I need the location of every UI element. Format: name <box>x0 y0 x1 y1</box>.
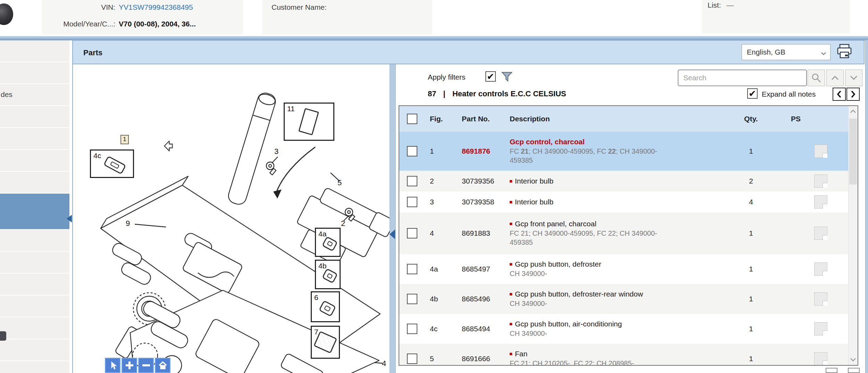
search-input[interactable] <box>678 70 807 86</box>
vin-value-link[interactable]: YV1SW799942368495 <box>119 3 193 11</box>
row-checkbox[interactable] <box>407 197 417 207</box>
pan-tool-button[interactable] <box>105 358 120 373</box>
qty-cell: 1 <box>735 355 767 363</box>
part-no-cell[interactable]: 8685496 <box>462 295 490 303</box>
row-checkbox[interactable] <box>407 264 417 274</box>
fig-cell: 4b <box>430 295 438 303</box>
table-row-3[interactable]: 330739358Interior bulb4 <box>399 192 849 212</box>
check-icon: ✔ <box>749 89 756 98</box>
sidebar-item[interactable] <box>0 106 69 127</box>
expand-all-notes-checkbox[interactable]: ✔ <box>747 88 758 99</box>
previous-section-button[interactable] <box>833 88 846 101</box>
sidebar-item[interactable] <box>0 150 69 171</box>
table-row-4b[interactable]: 4b8685496Gcp push button, defroster-rear… <box>399 284 849 314</box>
sidebar-item[interactable] <box>0 339 69 360</box>
part-no-cell[interactable]: 30739358 <box>462 198 494 206</box>
row-checkbox[interactable] <box>407 146 417 156</box>
fig-cell: 4a <box>430 265 438 273</box>
chevron-down-icon <box>850 75 858 81</box>
sidebar-item[interactable] <box>0 295 69 317</box>
column-header-description: Description <box>510 115 550 123</box>
note-icon[interactable] <box>814 145 827 158</box>
fig-cell: 4c <box>430 325 437 333</box>
sidebar-item-selected[interactable] <box>0 194 69 229</box>
callout-text: 4c <box>93 152 101 160</box>
zoom-out-button[interactable] <box>138 358 154 373</box>
sidebar-item[interactable] <box>0 230 69 251</box>
parts-diagram <box>73 64 390 373</box>
select-all-checkbox[interactable] <box>407 114 417 124</box>
note-icon[interactable] <box>814 175 827 188</box>
language-select[interactable]: English, GB <box>742 44 831 60</box>
search-prev-button[interactable] <box>826 70 844 86</box>
apply-filters-checkbox[interactable]: ✔ <box>485 71 496 82</box>
back-button[interactable] <box>163 139 178 153</box>
sidebar-item[interactable] <box>0 274 69 295</box>
row-checkbox[interactable] <box>407 176 417 186</box>
part-no-cell[interactable]: 8691666 <box>462 355 490 363</box>
sidebar-item[interactable] <box>0 62 69 83</box>
note-icon[interactable] <box>814 352 827 365</box>
part-no-cell[interactable]: 8691883 <box>462 229 490 237</box>
panel-splitter[interactable] <box>390 64 396 373</box>
callout-label-4: 4 <box>382 359 386 368</box>
part-thumbnail <box>103 156 126 175</box>
row-checkbox[interactable] <box>407 324 417 334</box>
next-section-button[interactable] <box>846 88 860 101</box>
search-next-button[interactable] <box>845 70 862 86</box>
row-checkbox[interactable] <box>407 294 417 304</box>
bottom-button-partial[interactable] <box>848 368 860 373</box>
red-bullet-icon <box>510 263 512 266</box>
filter-funnel-icon[interactable] <box>501 71 512 84</box>
sidebar-collapse-icon[interactable] <box>67 215 72 222</box>
description-title: Gcp push button, defroster <box>510 260 673 268</box>
note-icon[interactable] <box>814 262 827 276</box>
fig-cell: 1 <box>430 147 434 155</box>
sidebar-item-label: des <box>1 90 69 99</box>
sidebar-item[interactable] <box>0 40 69 62</box>
note-icon[interactable] <box>814 322 827 335</box>
check-icon: ✔ <box>487 72 494 81</box>
column-header-partno: Part No. <box>462 115 490 123</box>
table-row-4[interactable]: 48691883Gcp front panel, charcoalFC 21; … <box>399 212 849 254</box>
part-no-cell[interactable]: 8685497 <box>462 265 490 273</box>
table-row-4c[interactable]: 4c8685494Gcp push button, air-conditioni… <box>399 314 849 344</box>
search-button[interactable] <box>808 70 825 86</box>
scrollbar-thumb[interactable] <box>849 119 857 185</box>
scroll-down-icon[interactable] <box>850 357 857 362</box>
bottom-checkbox-partial[interactable] <box>826 368 837 373</box>
callout-text: 2 <box>341 219 345 228</box>
sidebar-item[interactable] <box>0 252 69 273</box>
part-no-cell[interactable]: 30739356 <box>462 177 494 185</box>
note-icon[interactable] <box>814 227 827 240</box>
sidebar-item[interactable] <box>0 361 69 373</box>
table-row-1[interactable]: 18691876Gcp control, charcoalFC 21; CH 3… <box>399 132 849 171</box>
note-icon[interactable] <box>814 195 827 209</box>
sidebar-item[interactable] <box>0 172 69 193</box>
callout-text: 7 <box>314 328 318 336</box>
zoom-in-button[interactable] <box>122 358 137 373</box>
sidebar-item[interactable] <box>0 317 69 339</box>
part-no-cell[interactable]: 8691876 <box>462 147 490 155</box>
sidebar-item[interactable]: des <box>0 84 69 105</box>
description-note: FC 21; CH 349000-459095, FC 22; CH 34900… <box>510 229 673 247</box>
zoom-out-icon <box>142 361 151 370</box>
note-icon[interactable] <box>814 292 827 306</box>
parts-table: Fig.Part No.DescriptionQty.PS 18691876Gc… <box>399 105 858 366</box>
table-row-2[interactable]: 230739356Interior bulb2 <box>399 171 849 192</box>
table-row-4a[interactable]: 4a8685497Gcp push button, defrosterCH 34… <box>399 254 849 284</box>
table-header: Fig.Part No.DescriptionQty.PS <box>399 106 849 132</box>
row-checkbox[interactable] <box>407 228 417 238</box>
table-row-5[interactable]: 58691666FanFC 21; CH 210205-, FC 22; CH … <box>399 344 849 365</box>
home-view-button[interactable] <box>155 358 170 373</box>
row-checkbox[interactable] <box>407 354 417 364</box>
callout-text: 4b <box>318 262 326 270</box>
scroll-up-icon[interactable] <box>850 109 857 114</box>
splitter-collapse-icon[interactable] <box>390 229 395 239</box>
description-note: CH 349000- <box>510 329 673 338</box>
table-scrollbar[interactable] <box>848 106 858 365</box>
part-no-cell[interactable]: 8685494 <box>462 325 490 333</box>
red-bullet-icon <box>510 353 512 355</box>
print-button[interactable] <box>836 43 853 60</box>
sidebar-item[interactable] <box>0 128 69 149</box>
